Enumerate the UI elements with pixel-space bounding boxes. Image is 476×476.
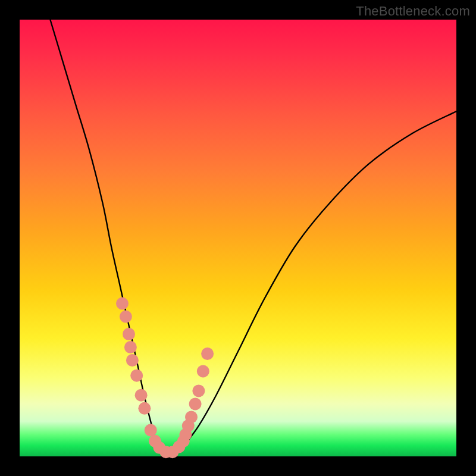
sample-dot [130,369,143,382]
sample-dots-group [116,298,214,459]
sample-dot [185,411,198,423]
sample-dot [145,424,157,437]
curve-layer [20,20,456,456]
sample-dot [123,328,135,340]
chart-frame: TheBottleneck.com [0,0,476,476]
sample-dot [192,384,205,397]
sample-dot [135,389,148,402]
sample-dot [124,341,137,353]
sample-dot [120,311,132,323]
bottleneck-curve [50,20,456,455]
sample-dot [126,354,139,367]
sample-dot [138,402,151,415]
attribution-text: TheBottleneck.com [356,4,470,19]
sample-dot [197,365,209,377]
sample-dot [116,298,129,310]
plot-area [20,20,456,456]
sample-dot [201,347,214,360]
sample-dot [189,397,202,410]
